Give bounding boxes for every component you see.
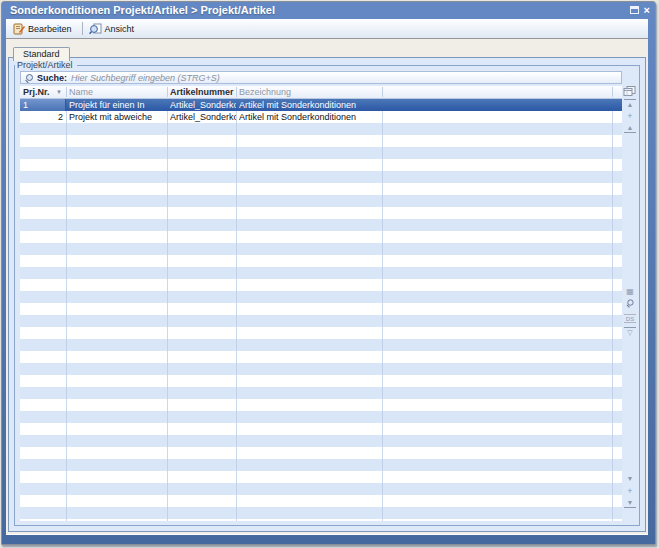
insert-row-icon[interactable]: + xyxy=(624,111,636,121)
scroll-down-icon[interactable]: ▼ xyxy=(624,474,636,484)
scroll-up-icon[interactable]: ▲ xyxy=(624,123,636,133)
grid-header: Prj.Nr. ▼ Name Artikelnummer Bezeichnung xyxy=(20,86,622,99)
cell-bezeichnung[interactable]: Artikel mit Sonderkonditionen xyxy=(236,99,382,111)
scroll-end-icon[interactable]: ▼ xyxy=(624,498,636,508)
ansicht-label: Ansicht xyxy=(105,24,135,34)
app-window: Sonderkonditionen Projekt/Artikel > Proj… xyxy=(1,1,656,545)
tab-panel: Projekt/Artikel Suche: Hier Suchbegriff … xyxy=(8,57,646,532)
cell-artikelnummer[interactable]: Artikel_Sonderkonditic xyxy=(167,111,236,123)
search-label: Suche: xyxy=(37,73,67,83)
toolbar: Bearbeiten Ansicht xyxy=(6,19,648,39)
search-icon xyxy=(25,74,33,82)
close-icon[interactable]: × xyxy=(644,5,650,15)
projekt-artikel-groupbox: Projekt/Artikel Suche: Hier Suchbegriff … xyxy=(14,65,640,526)
search-bar[interactable]: Suche: Hier Suchbegriff eingeben (STRG+S… xyxy=(20,71,622,84)
ansicht-button[interactable]: Ansicht xyxy=(86,22,142,36)
append-row-icon[interactable]: + xyxy=(624,486,636,496)
cell-bezeichnung[interactable]: Artikel mit Sonderkonditionen xyxy=(236,111,382,123)
cell-name[interactable]: Projekt mit abweiche xyxy=(66,111,167,123)
bearbeiten-button[interactable]: Bearbeiten xyxy=(10,22,79,36)
scroll-top-icon[interactable]: ▲ xyxy=(624,99,636,109)
cell-name[interactable]: Projekt für einen In xyxy=(66,99,167,111)
grid-rows-area[interactable]: 1 Projekt für einen In Artikel_Sonderkon… xyxy=(20,99,622,521)
tab-area: Standard Projekt/Artikel Suche: Hier Suc… xyxy=(6,39,648,534)
view-magnifier-icon xyxy=(89,23,102,35)
grid-side-toolbar: ▲ + ▲ ▦ DS ▽ ▼ + ▼ xyxy=(624,86,636,521)
tab-standard[interactable]: Standard xyxy=(13,47,70,61)
bearbeiten-label: Bearbeiten xyxy=(28,24,72,34)
sort-desc-icon: ▼ xyxy=(56,89,62,95)
column-header-bezeichnung[interactable]: Bezeichnung xyxy=(236,86,382,98)
window-title: Sonderkonditionen Projekt/Artikel > Proj… xyxy=(10,4,630,16)
tab-strip: Standard xyxy=(8,42,646,57)
cell-prjnr[interactable]: 2 xyxy=(20,111,66,123)
cell-prjnr[interactable]: 1 xyxy=(20,99,66,111)
restore-icon[interactable] xyxy=(630,6,639,14)
toolbar-separator xyxy=(82,22,83,35)
edit-icon xyxy=(13,23,25,35)
card-view-icon[interactable]: ▦ xyxy=(624,287,636,297)
column-header-artikelnummer[interactable]: Artikelnummer xyxy=(167,86,236,98)
column-chooser-icon[interactable] xyxy=(623,86,636,97)
cell-artikelnummer[interactable]: Artikel_Sonderkonditic xyxy=(167,99,236,111)
zoom-icon[interactable] xyxy=(624,299,636,309)
search-placeholder: Hier Suchbegriff eingeben (STRG+S) xyxy=(71,73,220,83)
filter-icon[interactable]: ▽ xyxy=(624,327,636,337)
dataset-icon[interactable]: DS xyxy=(624,314,636,323)
column-header-name[interactable]: Name xyxy=(66,86,167,98)
zoom-magnifier-icon xyxy=(626,299,633,306)
table-row-selected[interactable]: 1 Projekt für einen In Artikel_Sonderkon… xyxy=(20,99,622,111)
table-row[interactable]: 2 Projekt mit abweiche Artikel_Sonderkon… xyxy=(20,111,622,123)
window-client: Bearbeiten Ansicht Standard Projekt/Arti… xyxy=(6,19,648,535)
title-bar[interactable]: Sonderkonditionen Projekt/Artikel > Proj… xyxy=(2,2,655,18)
projekt-artikel-grid: Prj.Nr. ▼ Name Artikelnummer Bezeichnung xyxy=(20,86,622,521)
